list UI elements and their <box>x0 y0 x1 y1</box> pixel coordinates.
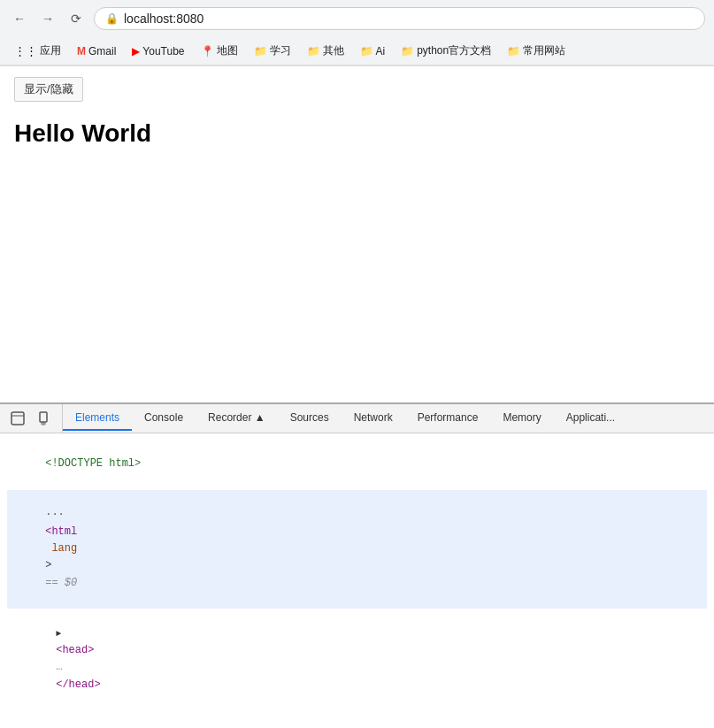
bookmark-python-label: python官方文档 <box>417 43 491 58</box>
page-heading: Hello World <box>14 119 700 148</box>
back-button[interactable]: ← <box>9 8 30 29</box>
browser-titlebar: ← → ⟳ 🔒 localhost:8080 <box>0 0 714 37</box>
html-line-doctype: <!DOCTYPE html> <box>7 439 707 490</box>
forward-button[interactable]: → <box>37 8 58 29</box>
show-hide-button[interactable]: 显示/隐藏 <box>14 77 83 102</box>
bookmark-common[interactable]: 📁 常用网站 <box>502 41 571 61</box>
folder-common-icon: 📁 <box>507 45 520 57</box>
devtools-toolbar: Elements Console Recorder ▲ Sources Netw… <box>0 404 714 433</box>
bookmark-python[interactable]: 📁 python官方文档 <box>395 41 496 61</box>
bookmark-maps-label: 地图 <box>217 43 238 58</box>
doctype-text: <!DOCTYPE html> <box>45 457 141 470</box>
tab-console[interactable]: Console <box>132 406 196 431</box>
inspect-element-button[interactable] <box>5 404 30 433</box>
bookmark-maps[interactable]: 📍 地图 <box>196 41 243 61</box>
page-content: 显示/隐藏 Hello World <box>0 66 714 402</box>
bookmark-ai[interactable]: 📁 Ai <box>355 42 391 60</box>
folder-other-icon: 📁 <box>307 45 320 57</box>
apps-icon: ⋮⋮ <box>14 44 37 57</box>
svg-rect-0 <box>12 412 24 425</box>
bookmark-apps[interactable]: ⋮⋮ 应用 <box>9 41 66 61</box>
bookmarks-bar: ⋮⋮ 应用 M Gmail ▶ YouTube 📍 地图 📁 学习 📁 其他 <box>0 37 714 65</box>
html-line-head[interactable]: ► <head> … </head> <box>7 609 707 710</box>
tab-performance[interactable]: Performance <box>405 406 491 431</box>
bookmark-other-label: 其他 <box>323 43 344 58</box>
folder-ai-icon: 📁 <box>360 45 373 57</box>
svg-rect-2 <box>40 412 47 422</box>
bookmark-apps-label: 应用 <box>40 43 61 58</box>
bookmark-study[interactable]: 📁 学习 <box>249 41 296 61</box>
devtools-html-panel: <!DOCTYPE html> ··· <html lang > == $0 ►… <box>0 433 714 728</box>
bookmark-gmail-label: Gmail <box>88 45 116 57</box>
tab-network[interactable]: Network <box>342 406 405 431</box>
folder-study-icon: 📁 <box>254 45 267 57</box>
tab-recorder[interactable]: Recorder ▲ <box>196 406 278 431</box>
devtools-icon-group <box>0 404 63 433</box>
devtools-panel: Elements Console Recorder ▲ Sources Netw… <box>0 402 714 728</box>
address-bar[interactable]: 🔒 localhost:8080 <box>94 7 705 30</box>
triangle-head[interactable]: ► <box>56 627 61 641</box>
bookmark-youtube-label: YouTube <box>142 45 184 57</box>
tab-memory[interactable]: Memory <box>490 406 553 431</box>
devtools-tabs: Elements Console Recorder ▲ Sources Netw… <box>63 406 627 431</box>
youtube-icon: ▶ <box>132 45 140 57</box>
gmail-icon: M <box>77 45 86 57</box>
folder-python-icon: 📁 <box>401 45 414 57</box>
bookmark-ai-label: Ai <box>376 45 386 57</box>
bookmark-other[interactable]: 📁 其他 <box>302 41 349 61</box>
device-toolbar-button[interactable] <box>32 404 57 433</box>
bookmark-study-label: 学习 <box>270 43 291 58</box>
tab-elements[interactable]: Elements <box>63 406 132 431</box>
lock-icon: 🔒 <box>105 12 119 25</box>
tab-sources[interactable]: Sources <box>278 406 342 431</box>
reload-button[interactable]: ⟳ <box>65 8 87 29</box>
ellipsis-indicator: ··· <box>45 509 65 521</box>
maps-icon: 📍 <box>201 45 214 57</box>
svg-rect-3 <box>42 423 45 425</box>
equals-dollar: == $0 <box>45 577 77 589</box>
html-line-html[interactable]: ··· <html lang > == $0 <box>7 490 707 609</box>
tab-application[interactable]: Applicati... <box>554 406 627 431</box>
bookmark-youtube[interactable]: ▶ YouTube <box>127 42 189 60</box>
bookmark-common-label: 常用网站 <box>523 43 565 58</box>
browser-chrome: ← → ⟳ 🔒 localhost:8080 ⋮⋮ 应用 M Gmail ▶ Y… <box>0 0 714 66</box>
html-line-body[interactable]: ▼ <body class = "vsc-initialized" > <box>7 710 707 728</box>
address-text: localhost:8080 <box>124 11 203 26</box>
bookmark-gmail[interactable]: M Gmail <box>72 42 121 60</box>
